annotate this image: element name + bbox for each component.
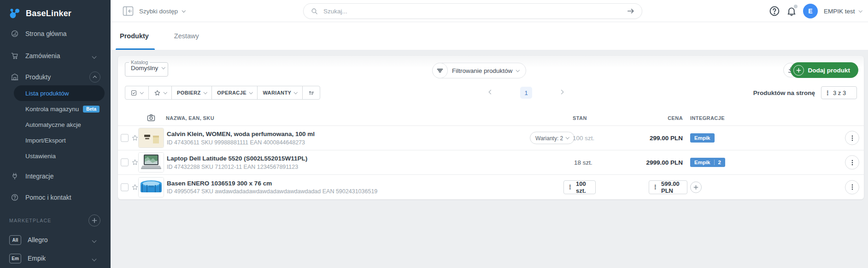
produkty-submenu: Lista produktów Kontrola magazynu Beta A… [0,85,111,164]
notifications-button[interactable] [786,6,797,17]
stock-input[interactable]: ⋮ 100 szt. [563,180,596,194]
collapse-section-button[interactable] [89,71,100,83]
row-checkbox[interactable] [121,134,129,142]
empik-integration-badge[interactable]: Empik 2 [690,158,725,167]
stock-input-value: 100 szt. [576,180,595,194]
sidebar-item-strona-glowna[interactable]: Strona główna [0,23,111,45]
sidebar-item-automatyczne-akcje[interactable]: Automatyczne akcje [0,117,111,132]
table-row: Calvin Klein, WOMEN, woda perfumowana, 1… [118,126,864,150]
chevron-down-icon [93,255,96,262]
sidebar-item-allegro[interactable]: All Allegro [0,231,111,249]
sort-icon [308,89,315,96]
collapse-sidebar-icon[interactable] [122,5,135,18]
sidebar-item-integracje[interactable]: Integracje [0,165,111,187]
favorite-star-icon[interactable] [131,134,139,142]
empik-integration-badge[interactable]: Empik [690,133,715,143]
chevron-down-icon [93,52,96,60]
chevron-down-icon [163,90,167,94]
tabbar: Produkty Zestawy [111,22,868,50]
next-page-button[interactable] [560,92,563,94]
tab-produkty[interactable]: Produkty [118,22,151,50]
quick-access-menu[interactable]: Szybki dostęp [139,0,185,22]
price-input[interactable]: ⋮ 599.00 PLN [649,180,687,194]
favorite-star-icon[interactable] [131,184,139,191]
favorite-star-icon[interactable] [131,159,139,166]
variants-label: Warianty: 2 [535,135,563,141]
page-number[interactable]: 1 [520,87,532,99]
sidebar-item-label: Integracje [25,173,53,180]
add-integration-button[interactable] [690,181,702,193]
per-page-label: Produktów na stronę [753,89,815,96]
drag-handle-icon: ⋮ [567,184,573,190]
sidebar-subitem-label: Import/Eksport [25,137,66,144]
variants-dropdown-button[interactable]: WARIANTY [258,86,302,99]
kebab-icon [849,184,856,191]
product-thumbnail[interactable] [138,177,164,197]
sidebar-item-label: Pomoc i kontakt [25,194,71,201]
add-product-button[interactable]: Dodaj produkt [791,62,859,78]
filter-icon [432,63,448,78]
integration-label: Empik [694,160,710,165]
tab-label: Produkty [120,32,149,40]
cart-icon [11,52,19,60]
product-thumbnail[interactable] [138,128,164,148]
column-header-name: NAZWA, EAN, SKU [166,115,214,121]
avatar[interactable]: E [803,4,818,18]
marketplace-heading: MARKETPLACE [0,215,111,226]
allegro-abbr-icon: All [9,235,21,245]
variants-dropdown[interactable]: Warianty: 2 [530,132,575,144]
account-menu[interactable]: EMPIK test [824,8,862,15]
sidebar-item-import-eksport[interactable]: Import/Eksport [0,132,111,148]
search-submit-arrow-icon[interactable] [626,6,635,16]
product-meta: ID 47430611 SKU 99988881111 EAN 40008446… [167,139,315,145]
sidebar-item-lista-produktow[interactable]: Lista produktów [14,85,105,101]
row-menu-button[interactable] [845,180,859,194]
select-all-dropdown[interactable] [125,86,149,99]
sidebar-item-empik[interactable]: Em Empik [0,249,111,268]
plus-icon [693,185,698,190]
filter-products-button[interactable]: Filtrowanie produktów [432,63,526,78]
product-thumbnail[interactable] [138,152,164,173]
main-area: Szybki dostęp [111,0,868,268]
add-marketplace-button[interactable] [88,214,100,226]
integrations-cell: Empik 2 [690,158,725,167]
checkbox-checked-icon [130,89,137,96]
sidebar-item-kontrola-magazynu[interactable]: Kontrola magazynu Beta [0,101,111,117]
product-info[interactable]: Laptop Dell Latitude 5520 (S002L552015W1… [167,155,307,170]
page-body: Katalog Domyślny Filtrowanie produktó [111,50,868,268]
product-info[interactable]: Calvin Klein, WOMEN, woda perfumowana, 1… [167,131,315,146]
favorites-dropdown[interactable] [149,86,172,99]
row-checkbox[interactable] [121,159,129,167]
prev-page-button[interactable] [489,92,493,94]
catalog-select[interactable]: Katalog Domyślny [125,60,168,77]
download-dropdown-button[interactable]: POBIERZ [172,86,212,99]
help-circle-icon[interactable] [769,6,780,17]
row-menu-button[interactable] [845,131,859,145]
sidebar-item-pomoc-i-kontakt[interactable]: Pomoc i kontakt [0,186,111,208]
brand-logo[interactable]: BaseLinker [0,0,111,22]
search-input[interactable] [323,8,626,15]
sidebar-item-ustawienia[interactable]: Ustawienia [0,148,111,164]
stock-value: 18 szt. [574,159,592,166]
app-window: BaseLinker Strona główna Zamówienia [0,0,868,268]
tab-zestawy[interactable]: Zestawy [172,22,201,50]
star-icon [154,89,161,96]
product-info[interactable]: Basen ENERO 1036519 300 x 76 cm ID 49950… [167,179,377,195]
sort-button[interactable] [303,86,320,99]
sidebar-subitem-label: Ustawienia [25,153,56,160]
row-menu-button[interactable] [845,155,859,170]
sidebar-item-zamowienia[interactable]: Zamówienia [0,45,111,67]
kebab-icon [849,135,856,141]
chevron-down-icon [182,9,186,12]
row-checkbox[interactable] [121,183,129,191]
column-header-stock: STAN [573,115,587,121]
price-value: 2999.00 PLN [618,159,683,166]
product-title: Basen ENERO 1036519 300 x 76 cm [167,179,377,187]
plus-icon [793,65,804,76]
per-page-control: Produktów na stronę ⋮ 3 z 3 [753,86,857,100]
per-page-input[interactable]: ⋮ 3 z 3 [821,86,857,99]
empik-abbr-icon: Em [9,254,21,263]
sidebar-item-produkty[interactable]: Produkty [0,67,111,87]
tab-label: Zestawy [174,32,199,40]
operations-dropdown-button[interactable]: OPERACJE [212,86,258,99]
